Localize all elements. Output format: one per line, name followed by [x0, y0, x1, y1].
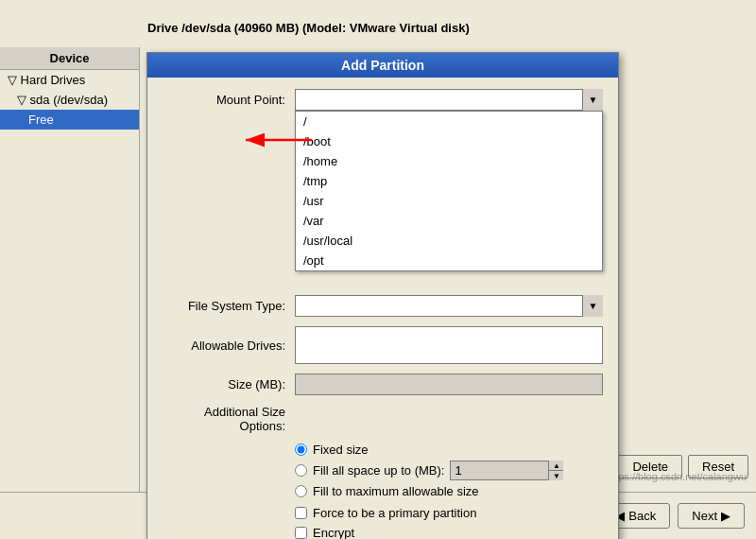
- radio-fixed-size-row: Fixed size: [295, 443, 603, 457]
- mount-option-boot[interactable]: /boot: [296, 131, 602, 151]
- mount-point-row: Mount Point: ▼ / /boot /home /tmp /usr /…: [163, 89, 603, 111]
- allowable-drives-label: Allowable Drives:: [163, 339, 295, 353]
- mount-option-var[interactable]: /var: [296, 211, 602, 231]
- add-partition-dialog: Add Partition Mount Point: ▼ / /boot /ho…: [146, 52, 619, 539]
- additional-size-options-row: Additional Size Options:: [163, 405, 603, 433]
- checkbox-primary[interactable]: [295, 507, 307, 519]
- mount-option-tmp[interactable]: /tmp: [296, 171, 602, 191]
- dropdown-arrow-icon: ▼: [589, 95, 598, 105]
- mount-option-usr[interactable]: /usr: [296, 191, 602, 211]
- sidebar: Device ▽ Hard Drives ▽ sda (/dev/sda) Fr…: [0, 47, 140, 492]
- file-system-type-input[interactable]: [295, 295, 603, 317]
- drive-info-bar: Drive /dev/sda (40960 MB) (Model: VMware…: [140, 17, 756, 39]
- mount-point-label: Mount Point:: [163, 93, 295, 107]
- radio-fill-up-to-label: Fill all space up to (MB):: [313, 463, 444, 478]
- file-system-type-dropdown: ▼: [295, 295, 603, 317]
- dialog-title: Add Partition: [147, 53, 618, 78]
- checkbox-primary-label: Force to be a primary partition: [313, 506, 476, 520]
- next-arrow-icon: ▶: [721, 509, 730, 523]
- mount-point-dropdown-list: / /boot /home /tmp /usr /var /usr/local …: [295, 111, 603, 271]
- sidebar-item-sda[interactable]: ▽ sda (/dev/sda): [0, 90, 139, 110]
- radio-fixed-size-label: Fixed size: [313, 443, 369, 457]
- checkbox-encrypt-row: Encrypt: [295, 526, 603, 539]
- next-button[interactable]: Next ▶: [678, 503, 745, 529]
- radio-fill-max[interactable]: [295, 485, 307, 497]
- mount-option-home[interactable]: /home: [296, 151, 602, 171]
- file-system-dropdown-arrow-icon: ▼: [589, 301, 598, 311]
- radio-fill-max-row: Fill to maximum allowable size: [295, 484, 603, 498]
- checkbox-group: Force to be a primary partition Encrypt: [295, 506, 603, 539]
- next-button-label: Next: [692, 509, 717, 523]
- size-input[interactable]: [295, 374, 603, 395]
- checkbox-encrypt-label: Encrypt: [313, 526, 354, 539]
- allowable-drives-box: [295, 326, 603, 364]
- mount-point-dropdown-arrow[interactable]: ▼: [582, 89, 603, 111]
- radio-group: Fixed size Fill all space up to (MB): ▲ …: [295, 443, 603, 498]
- size-row: Size (MB):: [163, 374, 603, 395]
- radio-fill-up-to-row: Fill all space up to (MB): ▲ ▼: [295, 461, 603, 480]
- fill-up-to-spin-up[interactable]: ▲: [549, 461, 563, 471]
- radio-fill-max-label: Fill to maximum allowable size: [313, 484, 479, 498]
- radio-fixed-size[interactable]: [295, 443, 307, 456]
- back-button-label: Back: [628, 509, 656, 523]
- sidebar-header: Device: [0, 47, 139, 70]
- file-system-type-label: File System Type:: [163, 299, 295, 313]
- mount-option-usr-local[interactable]: /usr/local: [296, 231, 602, 251]
- file-system-type-arrow[interactable]: ▼: [582, 295, 603, 317]
- mount-point-dropdown-container: ▼ / /boot /home /tmp /usr /var /usr/loca…: [295, 89, 603, 111]
- fill-up-to-input[interactable]: [450, 461, 563, 480]
- mount-point-input[interactable]: [295, 89, 603, 111]
- additional-size-options-label: Additional Size Options:: [163, 405, 295, 433]
- sidebar-item-free[interactable]: Free: [0, 110, 139, 130]
- radio-fill-up-to[interactable]: [295, 464, 307, 477]
- dialog-body: Mount Point: ▼ / /boot /home /tmp /usr /…: [147, 78, 618, 539]
- fill-up-to-spin-down[interactable]: ▼: [549, 471, 563, 480]
- drive-info-text: Drive /dev/sda (40960 MB) (Model: VMware…: [147, 21, 470, 35]
- watermark-text: https://blog.csdn.net/calangwu: [607, 471, 747, 482]
- allowable-drives-row: Allowable Drives:: [163, 326, 603, 364]
- file-system-type-row: File System Type: ▼: [163, 295, 603, 317]
- mount-option-root[interactable]: /: [296, 112, 602, 131]
- mount-option-opt[interactable]: /opt: [296, 251, 602, 270]
- size-label: Size (MB):: [163, 377, 295, 391]
- sidebar-item-hard-drives[interactable]: ▽ Hard Drives: [0, 70, 139, 90]
- checkbox-encrypt[interactable]: [295, 527, 307, 539]
- checkbox-primary-row: Force to be a primary partition: [295, 506, 603, 520]
